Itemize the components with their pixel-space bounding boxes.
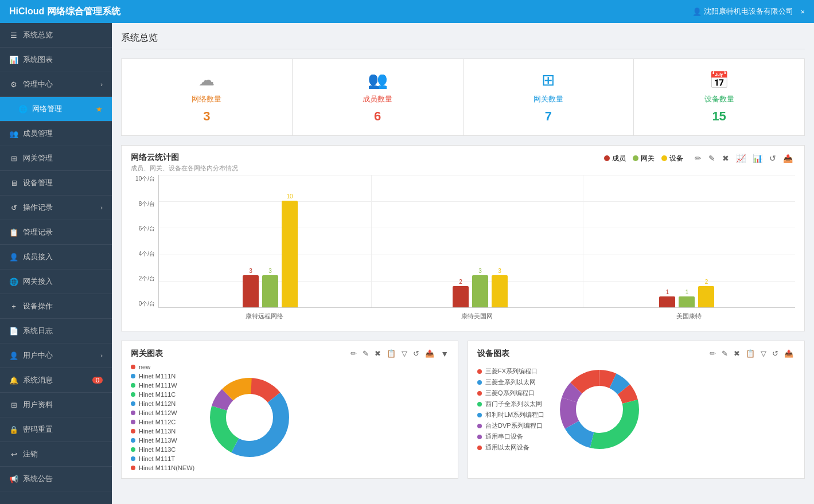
- gw-toolbar-export[interactable]: 📤: [423, 348, 436, 359]
- y-label-2: 2个/台: [139, 275, 155, 283]
- header: HiCloud 网络综合管理系统 👤 沈阳康特机电设备有限公司 ×: [0, 0, 814, 23]
- toolbar-export-icon[interactable]: 📤: [781, 153, 795, 164]
- sidebar-label-member-access: 成员接入: [23, 252, 53, 262]
- sidebar-item-gateway-management[interactable]: ⊞ 网关管理: [0, 146, 112, 171]
- member-stat-icon: 👥: [368, 71, 388, 89]
- user-center-arrow: ›: [100, 352, 103, 359]
- toolbar-refresh-icon[interactable]: ↺: [767, 153, 778, 164]
- toolbar-pencil-icon[interactable]: ✎: [706, 153, 718, 164]
- dev-toolbar-delete[interactable]: ✖: [732, 348, 742, 359]
- bar-group-3: 1 1 2: [591, 279, 782, 307]
- bar-rect-m1: [243, 275, 259, 307]
- gateway-collapse-btn[interactable]: ▼: [441, 349, 449, 358]
- gw-legend-m112n-dot: [131, 401, 135, 406]
- bar-rect-d3: [698, 286, 714, 307]
- toolbar-bar-icon[interactable]: 📊: [750, 153, 765, 164]
- gateway-legend: new Hinet M111N Hinet M111W Hinet M111C …: [131, 364, 194, 471]
- gw-toolbar-refresh[interactable]: ↺: [411, 348, 421, 359]
- gw-legend-m112c-label: Hinet M112C: [139, 419, 176, 425]
- dev-legend-holley-dot: [477, 413, 482, 417]
- dev-toolbar-filter[interactable]: ▽: [759, 348, 768, 359]
- dev-legend-fx-dot: [477, 369, 482, 374]
- toolbar-edit-icon[interactable]: ✏: [692, 153, 704, 164]
- network-stat-icon: ☁: [198, 71, 215, 89]
- gw-toolbar-copy[interactable]: 📋: [385, 348, 398, 359]
- gw-legend-m112c-dot: [131, 420, 135, 424]
- sidebar-item-system-message[interactable]: 🔔 系统消息 0: [0, 368, 112, 393]
- member-stat-value: 6: [374, 109, 381, 124]
- toolbar-delete-icon[interactable]: ✖: [720, 153, 731, 164]
- device-donut-center: [577, 386, 622, 432]
- bar-chart-legend: 成员 网关 设备: [604, 154, 683, 163]
- sidebar-item-user-info[interactable]: ⊞ 用户资料: [0, 393, 112, 417]
- sidebar-item-operation-log[interactable]: ↺ 操作记录 ›: [0, 196, 112, 220]
- stat-card-network: ☁ 网络数量 3: [122, 59, 293, 135]
- gw-toolbar-filter[interactable]: ▽: [400, 348, 409, 359]
- gw-toolbar-edit[interactable]: ✏: [349, 348, 359, 359]
- dev-toolbar-refresh[interactable]: ↺: [770, 348, 780, 359]
- sidebar-item-password-reset[interactable]: 🔒 密码重置: [0, 417, 112, 442]
- sidebar-item-manage-log[interactable]: 📋 管理记录: [0, 220, 112, 245]
- dev-legend-delta-label: 台达DVP系列编程口: [485, 421, 543, 430]
- bar-gateway-3: 1: [679, 289, 695, 307]
- dev-legend-fx-label: 三菱FX系列编程口: [485, 367, 538, 376]
- gw-legend-m113w-label: Hinet M113W: [139, 437, 177, 444]
- sidebar-item-system-overview[interactable]: ☰ 系统总览: [0, 23, 112, 48]
- sidebar-item-network-management[interactable]: 🌐 网络管理 ★: [0, 97, 112, 122]
- device-chart-title: 设备图表: [477, 349, 509, 359]
- dev-toolbar-pencil[interactable]: ✎: [720, 348, 730, 359]
- gw-toolbar-pencil[interactable]: ✎: [361, 348, 371, 359]
- gw-legend-m111t-dot: [131, 456, 135, 461]
- dev-toolbar-copy[interactable]: 📋: [744, 348, 757, 359]
- member-stat-label: 成员数量: [363, 94, 392, 104]
- gw-legend-m112c: Hinet M112C: [131, 419, 194, 425]
- sidebar-item-system-log[interactable]: 📄 系统日志: [0, 319, 112, 343]
- bar-chart-section: 网络云统计图 成员、网关、设备在各网络内分布情况 成员 网关: [121, 145, 805, 331]
- dev-legend-ethernet-dot: [477, 446, 482, 450]
- management-center-icon: ⚙: [9, 80, 18, 89]
- dev-legend-delta-dot: [477, 424, 482, 428]
- header-user: 👤 沈阳康特机电设备有限公司 ×: [692, 6, 805, 17]
- gw-legend-m113c-label: Hinet M113C: [139, 446, 176, 453]
- sidebar-item-management-center[interactable]: ⚙ 管理中心 ›: [0, 72, 112, 97]
- system-message-badge: 0: [92, 377, 103, 384]
- dev-legend-q-dot: [477, 391, 482, 396]
- dev-toolbar-export[interactable]: 📤: [782, 348, 795, 359]
- app-logo: HiCloud 网络综合管理系统: [9, 6, 120, 18]
- gw-legend-m111n: Hinet M111N: [131, 373, 194, 380]
- device-donut-chart: [554, 364, 645, 455]
- manage-log-icon: 📋: [9, 228, 18, 237]
- device-chart-toolbar: ✏ ✎ ✖ 📋 ▽ ↺ 📤: [708, 348, 795, 359]
- close-icon[interactable]: ×: [800, 7, 805, 16]
- device-donut-section: 三菱FX系列编程口 三菱全系列以太网 三菱Q系列编程口 西门子全系列以太网 和利…: [477, 364, 795, 455]
- main-content: 系统总览 ☁ 网络数量 3 👥 成员数量 6 ⊞ 网关数量 7 📅 设备数量 1…: [112, 23, 814, 504]
- password-reset-icon: 🔒: [9, 425, 18, 434]
- toolbar-trend-icon[interactable]: 📈: [734, 153, 748, 164]
- sidebar-item-user-center[interactable]: 👤 用户中心 ›: [0, 343, 112, 368]
- v-line-1: [371, 175, 372, 307]
- bar-device-2: 3: [492, 268, 508, 307]
- sidebar-item-gateway-access[interactable]: 🌐 网关接入: [0, 269, 112, 294]
- gw-legend-m111w: Hinet M111W: [131, 382, 194, 389]
- y-axis: 0个/台 2个/台 4个/台 6个/台 8个/台 10个/台: [131, 175, 158, 308]
- sidebar-item-member-access[interactable]: 👤 成员接入: [0, 245, 112, 269]
- gw-toolbar-delete[interactable]: ✖: [373, 348, 383, 359]
- stat-card-device: 📅 设备数量 15: [634, 59, 804, 135]
- sidebar-label-management-center: 管理中心: [23, 79, 53, 89]
- legend-gateway-label: 网关: [641, 154, 655, 163]
- sidebar-item-device-management[interactable]: 🖥 设备管理: [0, 171, 112, 196]
- legend-device-label: 设备: [669, 154, 683, 163]
- sidebar-item-member-management[interactable]: 👥 成员管理: [0, 122, 112, 146]
- stat-card-member: 👥 成员数量 6: [293, 59, 464, 135]
- legend-device-dot: [661, 155, 667, 161]
- x-label-3: 美国康特: [583, 308, 795, 324]
- sidebar-item-device-operation[interactable]: + 设备操作: [0, 294, 112, 319]
- sidebar-item-system-chart[interactable]: 📊 系统图表: [0, 48, 112, 72]
- plot-area: 3 3 10: [158, 175, 795, 308]
- dev-toolbar-edit[interactable]: ✏: [708, 348, 718, 359]
- device-chart-header: 设备图表 ✏ ✎ ✖ 📋 ▽ ↺ 📤: [477, 348, 795, 359]
- system-announcement-icon: 📢: [9, 475, 18, 483]
- x-axis: 康特远程网络 康特美国网 美国康特: [158, 308, 795, 324]
- sidebar-item-logout[interactable]: ↩ 注销: [0, 442, 112, 467]
- sidebar-item-system-announcement[interactable]: 📢 系统公告: [0, 467, 112, 491]
